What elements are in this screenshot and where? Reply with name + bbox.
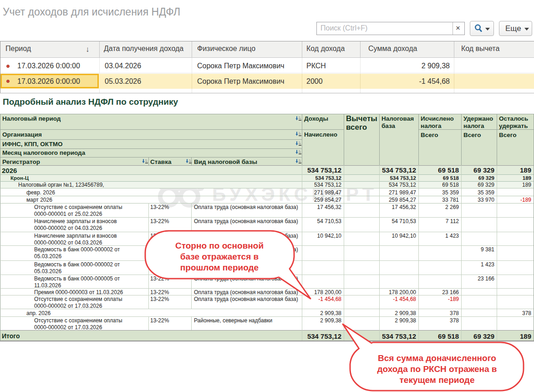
svg-text:текущем периоде: текущем периоде [400, 375, 475, 385]
svg-text:Вся сумма доначисленного: Вся сумма доначисленного [378, 353, 496, 363]
svg-text:прошлом периоде: прошлом периоде [180, 263, 259, 272]
svg-text:дохода по РКСН отражена в: дохода по РКСН отражена в [377, 364, 497, 374]
svg-text:базе отражается в: базе отражается в [180, 252, 259, 261]
